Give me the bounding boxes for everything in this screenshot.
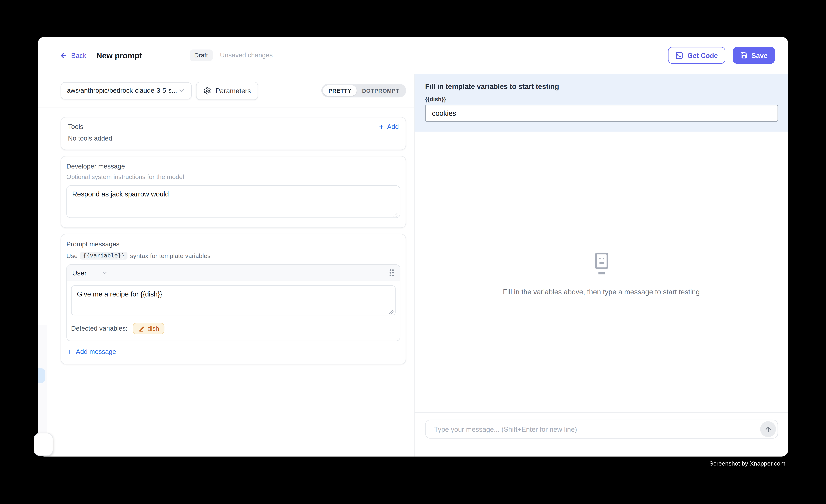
chat-message-input[interactable]	[433, 425, 760, 434]
plus-icon	[378, 124, 385, 130]
empty-state-text: Fill in the variables above, then type a…	[503, 288, 700, 296]
model-selector-value: aws/anthropic/bedrock-claude-3-5-s...	[67, 87, 177, 94]
variable-value-input[interactable]	[425, 105, 778, 122]
arrow-up-icon	[764, 425, 772, 433]
sidebar-selected-item[interactable]	[38, 368, 45, 383]
test-panel: Fill in template variables to start test…	[414, 74, 788, 456]
screenshot-stage: Back New prompt Draft Unsaved changes Ge…	[0, 0, 826, 504]
terminal-icon	[675, 51, 683, 59]
developer-message-textarea[interactable]: Respond as jack sparrow would	[66, 185, 400, 218]
chat-input-wrapper	[425, 420, 778, 439]
chat-input-bar	[414, 412, 788, 456]
editor-panel: aws/anthropic/bedrock-claude-3-5-s... Pa…	[38, 74, 414, 456]
bot-face-icon	[592, 252, 610, 275]
editor-sections: Tools Add No tools added Developer messa…	[38, 107, 414, 364]
variable-badge-dish[interactable]: dish	[133, 323, 164, 334]
developer-message-subtitle: Optional system instructions for the mod…	[66, 173, 400, 181]
header-actions: Get Code Save	[668, 47, 775, 64]
back-button[interactable]: Back	[60, 51, 86, 59]
resize-grip-icon[interactable]	[394, 212, 398, 217]
floating-corner-box	[34, 433, 53, 456]
prompt-messages-hint: Use {{variable}} syntax for template var…	[66, 252, 400, 259]
prompt-messages-section: Prompt messages Use {{variable}} syntax …	[61, 234, 406, 364]
variable-syntax-chip: {{variable}}	[80, 252, 127, 259]
header: Back New prompt Draft Unsaved changes Ge…	[38, 37, 788, 74]
role-selector[interactable]: User	[72, 269, 108, 277]
detected-variables-label: Detected variables:	[71, 325, 127, 332]
pencil-icon	[138, 325, 145, 332]
message-block: User Give me a recipe for {{	[66, 264, 400, 341]
parameters-label: Parameters	[216, 87, 251, 94]
role-selector-value: User	[72, 269, 86, 277]
save-button[interactable]: Save	[732, 47, 775, 64]
toggle-option-pretty[interactable]: PRETTY	[323, 85, 357, 96]
toggle-option-dotprompt[interactable]: DOTPROMPT	[357, 85, 405, 96]
editor-toolbar: aws/anthropic/bedrock-claude-3-5-s... Pa…	[38, 74, 414, 108]
save-icon	[740, 52, 747, 59]
empty-state: Fill in the variables above, then type a…	[414, 252, 788, 296]
detected-variables-row: Detected variables: dish	[67, 317, 400, 340]
model-selector[interactable]: aws/anthropic/bedrock-claude-3-5-s...	[61, 82, 192, 99]
send-button[interactable]	[760, 421, 776, 437]
arrow-left-icon	[60, 51, 67, 59]
back-label: Back	[71, 51, 86, 59]
chevron-down-icon	[178, 87, 185, 94]
message-textarea[interactable]: Give me a recipe for {{dish}}	[71, 286, 396, 315]
save-label: Save	[752, 51, 767, 59]
tools-section: Tools Add No tools added	[61, 117, 406, 150]
parameters-button[interactable]: Parameters	[196, 81, 258, 100]
resize-grip-icon[interactable]	[389, 310, 394, 314]
template-variables-header: Fill in template variables to start test…	[414, 74, 788, 132]
developer-message-title: Developer message	[66, 163, 400, 170]
chevron-down-icon	[101, 269, 108, 276]
unsaved-changes-text: Unsaved changes	[220, 52, 273, 59]
tools-empty-text: No tools added	[68, 135, 399, 142]
sidebar-sliver	[38, 325, 47, 435]
get-code-label: Get Code	[688, 51, 718, 59]
prompt-editor-window: Back New prompt Draft Unsaved changes Ge…	[38, 37, 788, 456]
variable-badge-label: dish	[148, 325, 159, 332]
view-mode-toggle: PRETTY DOTPROMPT	[321, 84, 406, 98]
hint-prefix: Use	[66, 252, 78, 259]
add-message-label: Add message	[76, 348, 116, 356]
watermark-text: Screenshot by Xnapper.com	[709, 460, 785, 467]
get-code-button[interactable]: Get Code	[668, 47, 725, 64]
gear-icon	[203, 87, 211, 94]
developer-message-section: Developer message Optional system instru…	[61, 156, 406, 228]
add-tool-button[interactable]: Add	[378, 123, 399, 131]
variable-name-label: {{dish}}	[425, 96, 778, 102]
drag-handle-icon[interactable]	[389, 268, 395, 277]
add-message-button[interactable]: Add message	[66, 348, 400, 356]
status-badge: Draft	[189, 50, 213, 61]
page-title: New prompt	[96, 51, 142, 60]
prompt-messages-title: Prompt messages	[66, 241, 400, 248]
tools-title: Tools	[68, 123, 83, 131]
message-header: User	[67, 265, 400, 281]
hint-suffix: syntax for template variables	[130, 252, 211, 259]
plus-icon	[66, 348, 73, 355]
test-panel-title: Fill in template variables to start test…	[425, 83, 778, 90]
add-tool-label: Add	[387, 123, 399, 131]
